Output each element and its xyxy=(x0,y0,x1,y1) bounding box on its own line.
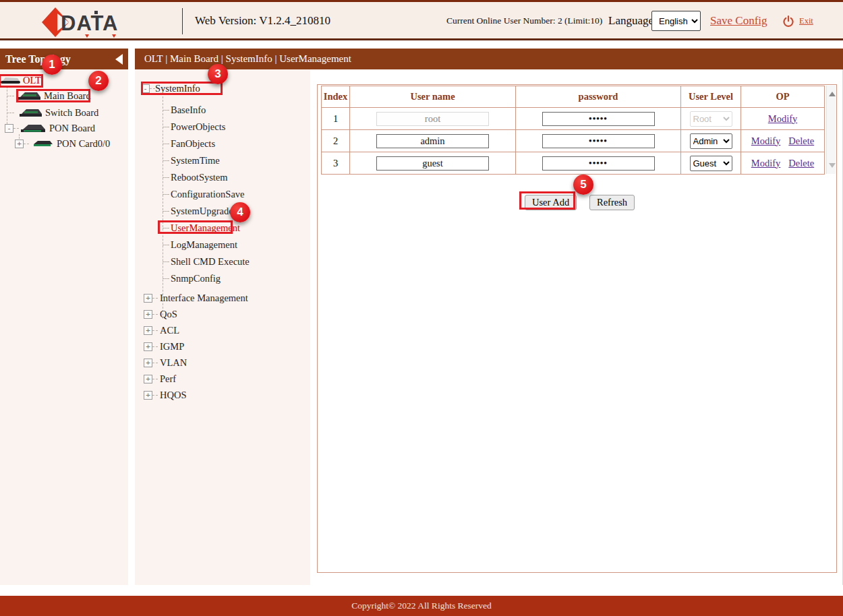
function-menu-panel: - SystemInfo BaseInfo PowerObjects FanOb… xyxy=(135,69,310,585)
table-scrollbar[interactable] xyxy=(826,86,836,174)
scroll-up-icon[interactable] xyxy=(829,92,836,96)
root-menu-list: + Interface Management + QoS + ACL + IGM… xyxy=(135,290,310,403)
menu-item-vlan[interactable]: + VLAN xyxy=(135,355,310,371)
submenu-label: RebootSystem xyxy=(171,172,228,183)
tree-item-main-board[interactable]: Main Board xyxy=(7,89,91,102)
tree-item-pon-board[interactable]: - PON Board xyxy=(5,121,95,135)
user-table-scroll-area: Index User name password User Level OP 1… xyxy=(318,85,836,176)
submenu-item-snmpconfig[interactable]: SnmpConfig xyxy=(135,270,310,287)
submenu-label: SystemUpgrade xyxy=(171,206,233,216)
submenu-item-usermanagement[interactable]: UserManagement xyxy=(135,220,310,237)
tree-item-pon-card[interactable]: + PON Card0/0 xyxy=(15,137,110,150)
expand-plus-icon[interactable]: + xyxy=(144,375,152,383)
board-device-icon xyxy=(19,108,43,117)
row-index: 1 xyxy=(322,108,350,130)
tree-item-label: Switch Board xyxy=(45,107,98,119)
submenu-item-shell-cmd-execute[interactable]: Shell CMD Execute xyxy=(135,253,310,270)
col-header-index: Index xyxy=(322,86,350,108)
power-icon[interactable] xyxy=(782,16,794,28)
username-input[interactable] xyxy=(376,156,489,171)
expand-plus-icon[interactable]: + xyxy=(144,391,152,400)
expand-plus-icon[interactable]: + xyxy=(144,342,152,351)
delete-link[interactable]: Delete xyxy=(788,135,814,146)
svg-text:DATA: DATA xyxy=(61,11,119,35)
footer: Copyright© 2022 All Rights Reserved xyxy=(0,596,843,616)
password-input[interactable] xyxy=(542,156,655,171)
submenu-item-rebootsystem[interactable]: RebootSystem xyxy=(135,169,310,186)
tree-item-switch-board[interactable]: Switch Board xyxy=(7,106,98,119)
col-header-op: OP xyxy=(741,86,825,108)
submenu-label: SystemTime xyxy=(171,155,220,166)
password-input[interactable] xyxy=(542,112,655,126)
submenu-item-systemtime[interactable]: SystemTime xyxy=(135,152,310,169)
menu-item-label: QoS xyxy=(160,309,177,320)
menu-item-qos[interactable]: + QoS xyxy=(135,306,310,322)
collapse-minus-icon[interactable]: - xyxy=(141,84,150,93)
submenu-item-systemupgrade[interactable]: SystemUpgrade xyxy=(135,203,310,220)
language-select[interactable]: English xyxy=(651,11,701,31)
menu-item-systeminfo[interactable]: - SystemInfo xyxy=(141,82,200,95)
card-device-icon xyxy=(32,140,55,148)
systeminfo-submenu: BaseInfo PowerObjects FanObjects SystemT… xyxy=(135,102,310,287)
submenu-label: Shell CMD Execute xyxy=(171,256,250,267)
username-input xyxy=(376,112,489,126)
user-level-select[interactable]: Guest xyxy=(690,156,732,171)
modify-link[interactable]: Modify xyxy=(768,113,798,124)
user-management-panel: Index User name password User Level OP 1… xyxy=(317,84,837,573)
expand-plus-icon[interactable]: + xyxy=(144,326,152,335)
submenu-label: ConfigurationSave xyxy=(171,189,245,199)
submenu-label: BaseInfo xyxy=(171,104,206,115)
user-level-select: Root xyxy=(690,111,732,127)
submenu-item-fanobjects[interactable]: FanObjects xyxy=(135,135,310,152)
password-input[interactable] xyxy=(542,134,655,148)
menu-item-hqos[interactable]: + HQOS xyxy=(135,387,310,403)
menu-connector xyxy=(152,298,158,299)
expand-plus-icon[interactable]: + xyxy=(144,359,152,367)
sidebar-title-bar: Tree Topology xyxy=(0,49,128,69)
submenu-item-logmanagement[interactable]: LogManagement xyxy=(135,237,310,253)
submenu-item-configurationsave[interactable]: ConfigurationSave xyxy=(135,186,310,203)
user-add-button[interactable]: User Add xyxy=(525,195,577,210)
username-input[interactable] xyxy=(376,134,489,148)
refresh-button[interactable]: Refresh xyxy=(589,195,635,210)
exit-link[interactable]: Exit xyxy=(799,2,813,40)
submenu-label: UserManagement xyxy=(171,222,240,233)
menu-item-label: IGMP xyxy=(160,341,184,352)
collapse-minus-icon[interactable]: - xyxy=(5,124,13,133)
menu-item-interface-management[interactable]: + Interface Management xyxy=(135,290,310,306)
row-index: 3 xyxy=(322,152,350,175)
table-header-row: Index User name password User Level OP xyxy=(322,86,825,108)
expand-plus-icon[interactable]: + xyxy=(144,294,152,303)
menu-item-igmp[interactable]: + IGMP xyxy=(135,338,310,355)
table-row: 3 Guest ModifyDelete xyxy=(322,152,825,175)
expand-plus-icon[interactable]: + xyxy=(144,310,152,319)
sidebar-title: Tree Topology xyxy=(5,53,71,65)
menu-item-perf[interactable]: + Perf xyxy=(135,371,310,387)
language-label: Language xyxy=(608,2,653,40)
menu-connector xyxy=(152,379,158,379)
cdata-logo: DATA xyxy=(40,5,135,40)
submenu-item-powerobjects[interactable]: PowerObjects xyxy=(135,119,310,135)
menu-item-label: VLAN xyxy=(160,357,187,369)
save-config-link[interactable]: Save Config xyxy=(710,2,767,40)
modify-link[interactable]: Modify xyxy=(751,135,781,146)
menu-connector xyxy=(152,330,158,331)
menu-item-acl[interactable]: + ACL xyxy=(135,322,310,338)
delete-link[interactable]: Delete xyxy=(788,158,814,168)
header-divider xyxy=(182,8,183,34)
submenu-item-baseinfo[interactable]: BaseInfo xyxy=(135,102,310,119)
expand-plus-icon[interactable]: + xyxy=(15,140,24,148)
tree-item-olt[interactable]: OLT xyxy=(1,73,41,87)
board-device-icon xyxy=(18,91,42,100)
table-row: 2 Admin ModifyDelete xyxy=(322,130,825,152)
user-table: Index User name password User Level OP 1… xyxy=(321,86,825,175)
tree-topology-sidebar: Tree Topology OLT Main Board Switch Boar… xyxy=(0,49,128,585)
user-level-select[interactable]: Admin xyxy=(690,133,732,149)
sidebar-collapse-icon[interactable] xyxy=(115,54,123,65)
menu-item-label: SystemInfo xyxy=(155,83,200,94)
submenu-label: PowerObjects xyxy=(171,121,225,132)
submenu-label: LogManagement xyxy=(171,239,237,250)
scroll-down-icon[interactable] xyxy=(829,163,836,168)
modify-link[interactable]: Modify xyxy=(751,158,781,168)
board-device-icon xyxy=(20,123,47,133)
